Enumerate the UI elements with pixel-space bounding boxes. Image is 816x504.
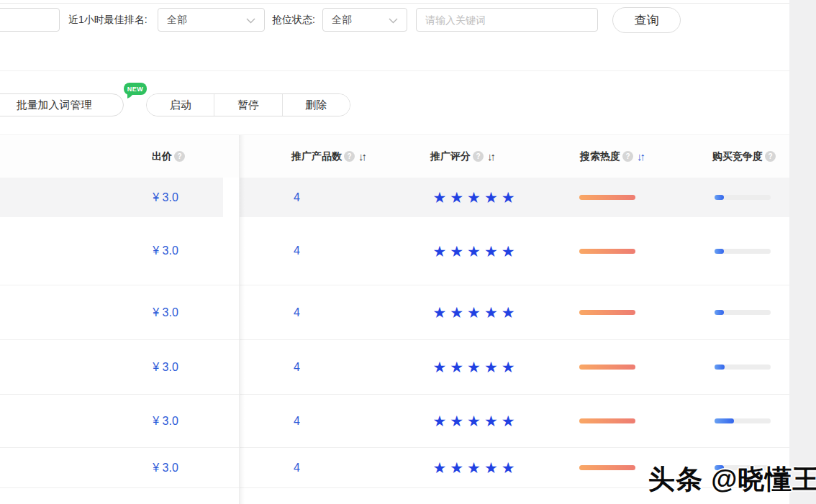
best-rank-value: 全部 bbox=[167, 14, 187, 27]
search-heat-bar bbox=[579, 418, 635, 423]
product-count-value[interactable]: 4 bbox=[294, 191, 300, 204]
column-header-buy-competition: 购买竞争度 ? bbox=[712, 135, 776, 178]
row-action-button-group: 启动 暂停 删除 bbox=[146, 93, 350, 116]
product-count-value[interactable]: 4 bbox=[294, 244, 300, 257]
column-label: 推广评分 bbox=[430, 150, 471, 163]
delete-button[interactable]: 删除 bbox=[282, 94, 350, 116]
table-row[interactable]: ¥ 3.0 4 ★★★★★ bbox=[0, 217, 789, 285]
buy-competition-bar bbox=[715, 418, 771, 423]
new-badge: NEW bbox=[124, 83, 147, 95]
buy-competition-bar bbox=[715, 365, 771, 370]
keyword-management-page: 近1小时最佳排名: 全部 抢位状态: 全部 查询 批量加入词管理 NEW 启动 … bbox=[0, 0, 816, 504]
best-rank-label: 近1小时最佳排名: bbox=[68, 14, 148, 27]
fixed-column-gutter bbox=[223, 178, 240, 217]
fixed-column-shadow bbox=[240, 135, 245, 504]
column-header-bid: 出价 ? bbox=[70, 135, 185, 178]
table-row[interactable]: ¥ 3.0 4 ★★★★★ bbox=[0, 178, 789, 217]
left-filter-input[interactable] bbox=[0, 8, 60, 32]
sort-icon[interactable]: ↓↑ bbox=[358, 150, 365, 162]
star-rating: ★★★★★ bbox=[432, 305, 518, 320]
column-header-search-heat: 搜索热度 ? ↓↑ bbox=[580, 135, 643, 178]
start-button[interactable]: 启动 bbox=[147, 94, 214, 116]
grab-status-label: 抢位状态: bbox=[272, 14, 315, 27]
watermark: 头条 @晓懂王 bbox=[648, 462, 816, 498]
table-row[interactable]: ¥ 3.0 4 ★★★★★ bbox=[0, 340, 789, 395]
sort-icon[interactable]: ↓↑ bbox=[487, 150, 494, 162]
grab-status-select[interactable]: 全部 bbox=[322, 8, 407, 32]
sort-icon-active[interactable]: ↓↑ bbox=[637, 150, 643, 162]
buy-competition-bar bbox=[715, 195, 771, 200]
chevron-down-icon bbox=[389, 14, 398, 27]
star-rating: ★★★★★ bbox=[432, 359, 518, 375]
search-heat-bar bbox=[579, 465, 635, 470]
bid-value[interactable]: ¥ 3.0 bbox=[153, 361, 178, 374]
column-header-product-count: 推广产品数 ? ↓↑ bbox=[291, 135, 365, 178]
help-icon[interactable]: ? bbox=[174, 151, 185, 162]
batch-add-words-button[interactable]: 批量加入词管理 bbox=[0, 93, 124, 116]
buy-competition-bar bbox=[715, 249, 771, 254]
help-icon[interactable]: ? bbox=[622, 151, 633, 162]
star-rating: ★★★★★ bbox=[432, 413, 518, 429]
best-rank-select[interactable]: 全部 bbox=[158, 8, 265, 32]
page-side-gutter bbox=[789, 0, 816, 504]
top-divider bbox=[0, 3, 789, 4]
keyword-search-input[interactable] bbox=[416, 8, 598, 32]
bid-value[interactable]: ¥ 3.0 bbox=[153, 244, 178, 257]
help-icon[interactable]: ? bbox=[765, 151, 776, 162]
star-rating: ★★★★★ bbox=[432, 244, 518, 259]
bid-value[interactable]: ¥ 3.0 bbox=[153, 462, 178, 475]
bid-value[interactable]: ¥ 3.0 bbox=[153, 415, 178, 428]
column-label: 购买竞争度 bbox=[712, 150, 763, 163]
product-count-value[interactable]: 4 bbox=[294, 306, 300, 319]
column-label: 出价 bbox=[152, 150, 172, 163]
column-label: 推广产品数 bbox=[291, 150, 342, 163]
grab-status-value: 全部 bbox=[332, 14, 352, 27]
buy-competition-bar bbox=[715, 310, 771, 315]
column-header-rating: 推广评分 ? ↓↑ bbox=[430, 135, 494, 178]
star-rating: ★★★★★ bbox=[432, 460, 518, 475]
search-heat-bar bbox=[579, 195, 635, 200]
star-rating: ★★★★★ bbox=[432, 190, 518, 205]
bid-value[interactable]: ¥ 3.0 bbox=[153, 191, 178, 204]
help-icon[interactable]: ? bbox=[344, 151, 355, 162]
query-button[interactable]: 查询 bbox=[612, 7, 681, 33]
search-heat-bar bbox=[579, 365, 635, 370]
table-row[interactable]: ¥ 3.0 4 ★★★★★ bbox=[0, 395, 789, 448]
bid-value[interactable]: ¥ 3.0 bbox=[153, 306, 178, 319]
search-heat-bar bbox=[579, 310, 635, 315]
help-icon[interactable]: ? bbox=[473, 151, 484, 162]
pause-button[interactable]: 暂停 bbox=[214, 94, 281, 116]
product-count-value[interactable]: 4 bbox=[294, 361, 300, 374]
section-divider bbox=[0, 70, 789, 71]
product-count-value[interactable]: 4 bbox=[294, 462, 300, 475]
product-count-value[interactable]: 4 bbox=[294, 415, 300, 428]
table-row[interactable]: ¥ 3.0 4 ★★★★★ bbox=[0, 285, 789, 340]
chevron-down-icon bbox=[246, 14, 255, 27]
column-label: 搜索热度 bbox=[580, 150, 620, 163]
table-header: 出价 ? 推广产品数 ? ↓↑ 推广评分 ? ↓↑ 搜索热度 ? ↓↑ 购买竞争… bbox=[0, 135, 789, 178]
search-heat-bar bbox=[579, 249, 635, 254]
